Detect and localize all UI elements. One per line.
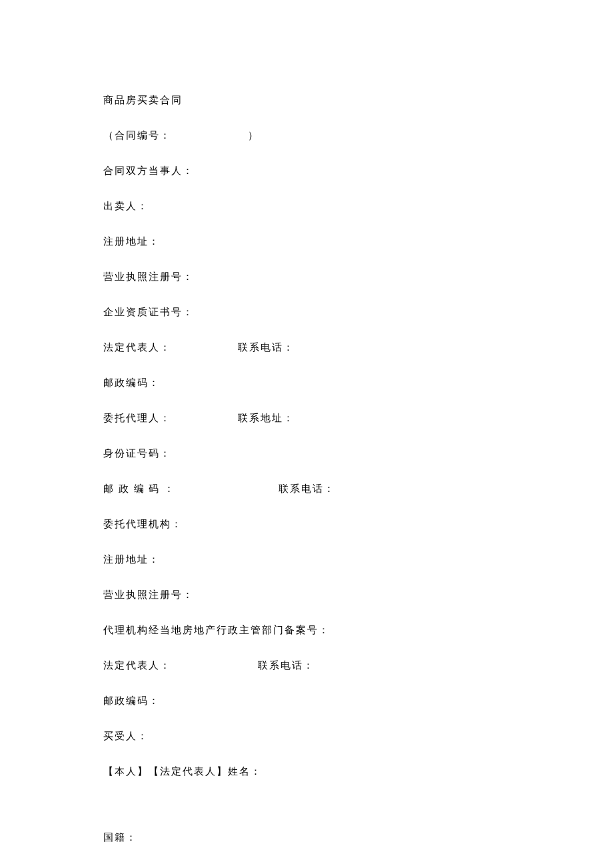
biz-license-label-2: 营业执照注册号： [103, 589, 194, 600]
reg-address-label-2: 注册地址： [103, 554, 160, 565]
contract-number-line: （合同编号：） [103, 129, 510, 143]
reg-address-line-2: 注册地址： [103, 553, 510, 567]
postal-line-2: 邮 政 编 码 ：联系电话： [103, 482, 510, 496]
name-line: 【本人】【法定代表人】姓名： [103, 765, 510, 779]
buyer-line: 买受人： [103, 729, 510, 743]
nationality-label: 国籍： [103, 832, 137, 843]
legal-rep-label: 法定代表人： [103, 342, 171, 353]
agent-line: 委托代理人：联系地址： [103, 411, 510, 425]
title: 商品房买卖合同 [103, 93, 510, 107]
agent-label: 委托代理人： [103, 413, 171, 423]
legal-rep-label-2: 法定代表人： [103, 660, 171, 671]
qualification-label: 企业资质证书号： [103, 307, 194, 317]
reg-address-label: 注册地址： [103, 236, 160, 247]
filing-label: 代理机构经当地房地产行政主管部门备案号： [103, 625, 330, 635]
agent-org-label: 委托代理机构： [103, 519, 183, 529]
postal-label-3: 邮政编码： [103, 695, 160, 706]
legal-rep-line-2: 法定代表人：联系电话： [103, 659, 510, 673]
phone-label-2: 联系电话： [279, 483, 335, 494]
phone-label-3: 联系电话： [258, 660, 314, 671]
biz-license-label: 营业执照注册号： [103, 271, 194, 282]
filing-line: 代理机构经当地房地产行政主管部门备案号： [103, 623, 510, 637]
biz-license-line-2: 营业执照注册号： [103, 588, 510, 602]
legal-rep-line: 法定代表人：联系电话： [103, 341, 510, 355]
id-label: 身份证号码： [103, 448, 171, 459]
contact-address-label: 联系地址： [238, 413, 295, 423]
nationality-line: 国籍： [103, 831, 510, 845]
buyer-label: 买受人： [103, 731, 149, 741]
parties-line: 合同双方当事人： [103, 164, 510, 178]
id-line: 身份证号码： [103, 447, 510, 461]
contract-no-label: （合同编号： [103, 130, 171, 141]
qualification-line: 企业资质证书号： [103, 305, 510, 319]
contract-no-close: ） [248, 130, 259, 141]
biz-license-line: 营业执照注册号： [103, 270, 510, 284]
postal-label: 邮政编码： [103, 377, 160, 388]
title-text: 商品房买卖合同 [103, 95, 183, 105]
parties-label: 合同双方当事人： [103, 165, 194, 176]
reg-address-line: 注册地址： [103, 235, 510, 249]
postal-line: 邮政编码： [103, 376, 510, 390]
phone-label: 联系电话： [238, 342, 295, 353]
postal-line-3: 邮政编码： [103, 694, 510, 708]
seller-line: 出卖人： [103, 199, 510, 213]
agent-org-line: 委托代理机构： [103, 517, 510, 531]
name-label: 【本人】【法定代表人】姓名： [103, 766, 262, 777]
seller-label: 出卖人： [103, 201, 149, 211]
postal-label-2: 邮 政 编 码 ： [103, 483, 175, 494]
